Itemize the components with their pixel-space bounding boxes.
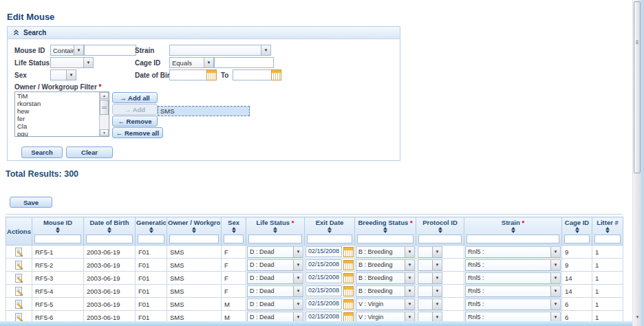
chevron-down-icon[interactable]: ▼ (405, 247, 414, 257)
sort-icon[interactable] (231, 227, 236, 233)
scrollbar-thumb[interactable] (634, 1, 641, 173)
life_status-select[interactable]: D : Dead▼ (247, 259, 303, 271)
edit-icon[interactable] (6, 299, 32, 309)
column-filter-input[interactable] (224, 235, 244, 243)
mouse-id-operator-select[interactable]: Contains ▼ (50, 45, 84, 56)
sort-icon[interactable] (149, 227, 153, 233)
column-filter-input[interactable] (594, 235, 621, 243)
list-item[interactable]: pqu (15, 130, 99, 136)
chevron-down-icon[interactable]: ▼ (66, 70, 76, 80)
col-header-date-of-birth[interactable]: Date of Birth (84, 217, 136, 246)
save-button[interactable]: Save (10, 197, 52, 208)
list-item[interactable]: TiM (15, 92, 99, 100)
exit_date-input[interactable]: 02/15/2008 (305, 246, 342, 257)
calendar-icon[interactable] (206, 69, 217, 80)
sort-icon[interactable] (383, 227, 388, 233)
life_status-select[interactable]: D : Dead▼ (247, 272, 303, 284)
horizontal-scrollbar[interactable] (0, 321, 632, 326)
col-header-life-status[interactable]: Life Status * (246, 217, 305, 246)
search-button[interactable]: Search (21, 146, 63, 158)
col-header-breeding-status[interactable]: Breeding Status * (355, 217, 416, 246)
chevron-down-icon[interactable]: ▼ (293, 299, 303, 309)
calendar-icon[interactable] (271, 69, 281, 80)
add-button[interactable]: → Add (112, 104, 158, 115)
breeding_status-select[interactable]: B : Breeding▼ (356, 246, 415, 258)
selected-workgroup-item[interactable]: SMS (158, 106, 250, 116)
calendar-icon[interactable] (343, 247, 354, 257)
col-header-strain[interactable]: Strain * (464, 217, 562, 246)
col-header-mouse-id[interactable]: Mouse ID (32, 217, 84, 246)
col-header-generation[interactable]: Generation (136, 217, 167, 246)
column-filter-input[interactable] (564, 235, 590, 243)
chevron-down-icon[interactable]: ▼ (432, 273, 442, 283)
dob-to-input[interactable] (233, 69, 273, 80)
chevron-down-icon[interactable]: ▼ (432, 299, 442, 309)
col-header-exit-date[interactable]: Exit Date (305, 217, 355, 246)
exit_date-input[interactable]: 02/15/2008 (305, 285, 342, 296)
life-status-select[interactable]: ▼ (50, 57, 94, 68)
column-filter-input[interactable] (466, 235, 559, 243)
scroll-down-icon[interactable]: ▼ (634, 314, 641, 320)
chevron-down-icon[interactable]: ▼ (405, 286, 414, 296)
exit_date-input[interactable]: 02/15/2008 (305, 259, 342, 270)
column-filter-input[interactable] (248, 235, 302, 243)
collapse-icon[interactable] (13, 30, 19, 36)
col-header-sex[interactable]: Sex (222, 217, 246, 246)
strain-select[interactable]: Rnl5 :▼ (465, 259, 561, 271)
breeding_status-select[interactable]: V : Virgin▼ (356, 298, 415, 310)
strain-select[interactable]: Rnl5 :▼ (465, 246, 561, 258)
chevron-down-icon[interactable]: ▼ (293, 286, 303, 296)
scroll-up-icon[interactable]: ▲ (100, 92, 109, 99)
chevron-down-icon[interactable]: ▼ (550, 286, 560, 296)
edit-icon[interactable] (6, 247, 32, 257)
calendar-icon[interactable] (343, 286, 354, 296)
chevron-down-icon[interactable]: ▼ (550, 260, 560, 270)
chevron-down-icon[interactable]: ▼ (204, 58, 213, 67)
add-all-button[interactable]: → Add all (112, 92, 158, 103)
calendar-icon[interactable] (343, 260, 354, 270)
protocol_id-select[interactable]: ▼ (418, 298, 442, 310)
edit-icon[interactable] (6, 260, 32, 270)
exit_date-input[interactable]: 02/15/2008 (305, 272, 342, 283)
col-header-protocol-id[interactable]: Protocol ID (416, 217, 464, 246)
chevron-down-icon[interactable]: ▼ (405, 299, 414, 309)
chevron-down-icon[interactable]: ▼ (74, 45, 83, 55)
chevron-down-icon[interactable]: ▼ (550, 273, 560, 283)
chevron-down-icon[interactable]: ▼ (261, 45, 270, 55)
list-item[interactable]: hew (15, 107, 99, 115)
remove-all-button[interactable]: ← Remove all (112, 127, 163, 138)
protocol_id-select[interactable]: ▼ (418, 272, 442, 284)
life_status-select[interactable]: D : Dead▼ (247, 246, 303, 258)
sort-icon[interactable] (328, 227, 332, 233)
sort-icon[interactable] (56, 227, 61, 233)
column-filter-input[interactable] (34, 235, 81, 243)
chevron-down-icon[interactable]: ▼ (550, 299, 560, 309)
protocol_id-select[interactable]: ▼ (418, 285, 442, 297)
cage-id-input[interactable] (214, 57, 274, 68)
protocol_id-select[interactable]: ▼ (418, 259, 442, 271)
strain-select[interactable]: ▼ (169, 45, 271, 56)
sex-select[interactable]: ▼ (50, 69, 76, 80)
sort-icon[interactable] (605, 227, 610, 233)
list-item[interactable]: fer (15, 115, 99, 122)
life_status-select[interactable]: D : Dead▼ (247, 298, 303, 310)
list-item[interactable]: Cla (15, 122, 99, 130)
sort-icon[interactable] (273, 227, 278, 233)
search-panel-header[interactable]: Search (8, 27, 400, 39)
cage-id-operator-select[interactable]: Equals ▼ (169, 57, 214, 68)
chevron-down-icon[interactable]: ▼ (293, 260, 303, 270)
strain-select[interactable]: Rnl5 :▼ (465, 298, 561, 310)
edit-icon[interactable] (6, 286, 32, 296)
scroll-down-icon[interactable]: ▼ (100, 129, 109, 136)
edit-icon[interactable] (6, 273, 32, 283)
col-header-owner-workgroup[interactable]: Owner / Workgroup (167, 217, 222, 246)
strain-select[interactable]: Rnl5 :▼ (465, 285, 561, 297)
vertical-scrollbar[interactable]: ▼ (632, 0, 641, 326)
col-header-cage-id[interactable]: Cage ID (562, 217, 592, 246)
chevron-down-icon[interactable]: ▼ (405, 273, 414, 283)
dob-from-input[interactable] (169, 69, 208, 80)
breeding_status-select[interactable]: B : Breeding▼ (356, 259, 415, 271)
strain-select[interactable]: Rnl5 :▼ (465, 272, 561, 284)
breeding_status-select[interactable]: B : Breeding▼ (356, 272, 415, 284)
chevron-down-icon[interactable]: ▼ (550, 247, 560, 257)
